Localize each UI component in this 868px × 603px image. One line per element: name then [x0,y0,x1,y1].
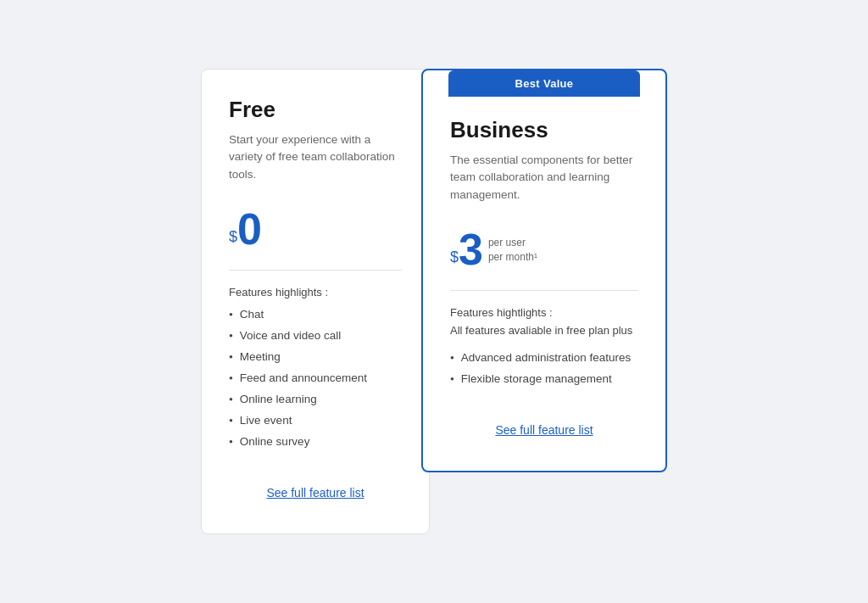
business-price-amount: 3 [459,227,483,271]
free-features-heading: Features highlights : [229,286,402,299]
business-plan-card: Best Value Business The essential compon… [421,69,667,472]
free-plan-name: Free [229,97,402,123]
free-plan-card: Free Start your experience with a variet… [201,69,430,534]
business-price-currency: $ [450,248,459,266]
free-price-amount: 0 [237,207,262,251]
list-item: Meeting [229,346,402,367]
free-plan-description: Start your experience with a variety of … [229,131,402,183]
list-item: Flexible storage management [450,368,638,389]
free-feature-list: Chat Voice and video call Meeting Feed a… [229,304,402,452]
free-see-feature-link[interactable]: See full feature list [229,472,402,500]
free-divider [229,270,402,271]
list-item: Online learning [229,388,402,410]
business-price-row: $ 3 per user per month¹ [450,227,638,271]
list-item: Chat [229,304,402,325]
list-item: Live event [229,410,402,431]
best-value-banner: Best Value [448,70,640,97]
list-item: Advanced administration features [450,347,638,368]
pricing-container: Free Start your experience with a variet… [201,69,667,534]
list-item: Voice and video call [229,325,402,346]
business-price-per: per user per month¹ [488,236,537,265]
business-plan-description: The essential components for better team… [450,152,638,204]
business-divider [450,290,638,291]
business-features-heading: Features hightlights : [450,306,638,319]
business-feature-list: Advanced administration features Flexibl… [450,347,638,389]
business-features-subtext: All features avaliable in free plan plus [450,324,638,337]
free-price-row: $ 0 [229,207,402,251]
free-price-currency: $ [229,228,237,246]
list-item: Online survey [229,431,402,452]
list-item: Feed and announcement [229,367,402,388]
business-plan-name: Business [450,117,638,143]
business-see-feature-link[interactable]: See full feature list [450,410,638,437]
